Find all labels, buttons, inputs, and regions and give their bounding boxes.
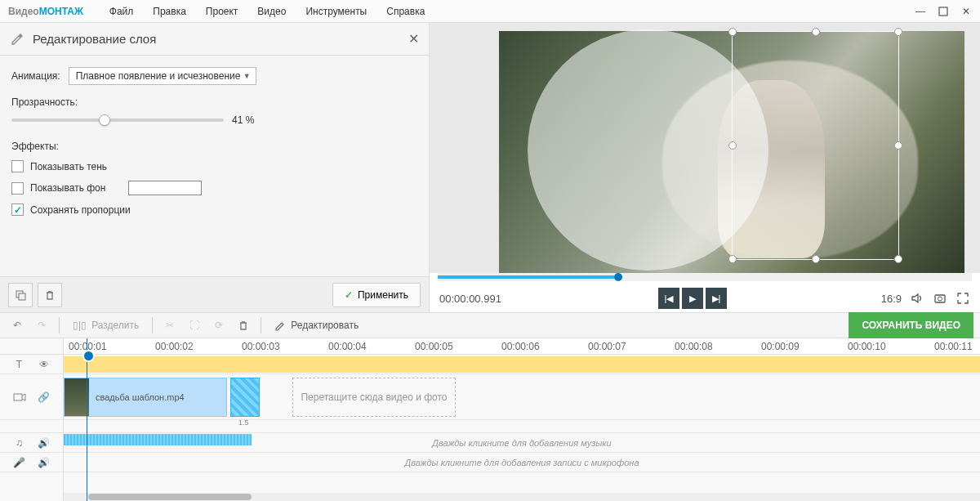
tick-10: 00:00:10: [848, 341, 886, 352]
check-icon: ✓: [345, 289, 353, 301]
aspect-ratio: 16:9: [881, 293, 902, 305]
timeline-ruler[interactable]: 00:00:01 00:00:02 00:00:03 00:00:04 00:0…: [64, 338, 980, 355]
apply-button[interactable]: ✓ Применить: [332, 283, 421, 307]
panel-body: Анимация: Плавное появление и исчезновен…: [0, 56, 429, 276]
split-icon: ▯|▯: [73, 320, 87, 331]
resize-handle-n[interactable]: [812, 28, 820, 36]
mic-icon[interactable]: 🎤: [12, 455, 27, 470]
preview-right-controls: 16:9: [881, 291, 970, 306]
preview-scrubber[interactable]: [438, 273, 972, 281]
maximize-icon[interactable]: [938, 6, 949, 17]
split-button[interactable]: ▯|▯ Разделить: [66, 320, 145, 331]
preview-canvas[interactable]: [430, 23, 980, 273]
layer-edit-panel: Редактирование слоя ✕ Анимация: Плавное …: [0, 23, 430, 312]
resize-handle-s[interactable]: [812, 255, 820, 263]
mic-track[interactable]: Дважды кликните для добавления записи с …: [64, 453, 980, 472]
resize-handle-e[interactable]: [894, 141, 902, 150]
crop-button[interactable]: ⛶: [184, 315, 205, 336]
music-icon[interactable]: ♫: [12, 436, 27, 450]
effects-label: Эффекты:: [11, 141, 417, 152]
menu-project[interactable]: Проект: [196, 6, 248, 17]
logo-text-b: МОНТАЖ: [39, 6, 83, 17]
text-track-head: T 👁: [0, 355, 63, 374]
tick-2: 00:00:02: [155, 341, 194, 352]
timeline-scrollbar-thumb[interactable]: [88, 494, 252, 500]
text-track[interactable]: [64, 355, 980, 374]
rotate-button[interactable]: ⟳: [208, 315, 229, 336]
music-hint: Дважды кликните для добавления музыки: [64, 438, 980, 448]
mic-volume-icon[interactable]: 🔊: [37, 455, 51, 470]
edit-clip-button[interactable]: Редактировать: [268, 320, 365, 331]
svg-rect-3: [935, 295, 945, 302]
timeline-tracks[interactable]: 00:00:01 00:00:02 00:00:03 00:00:04 00:0…: [64, 338, 980, 501]
opacity-slider[interactable]: [11, 119, 224, 122]
menu-tools[interactable]: Инструменты: [296, 6, 376, 17]
tick-3: 00:00:03: [242, 341, 280, 352]
show-bg-checkbox[interactable]: [11, 182, 24, 195]
menu-file[interactable]: Файл: [100, 6, 144, 17]
video-track[interactable]: свадьба шаблон.mp4 1.5 Перетащите сюда в…: [64, 374, 980, 420]
cut-button[interactable]: ✂: [159, 315, 180, 336]
scrub-thumb[interactable]: [614, 273, 622, 281]
volume-icon[interactable]: [910, 291, 924, 306]
menu-help[interactable]: Справка: [376, 6, 434, 17]
delete-button[interactable]: [38, 283, 62, 307]
show-shadow-label: Показывать тень: [30, 161, 107, 172]
redo-button[interactable]: ↷: [31, 315, 52, 336]
visibility-icon[interactable]: 👁: [37, 357, 51, 372]
video-dropzone[interactable]: Перетащите сюда видео и фото: [292, 378, 456, 417]
resize-handle-ne[interactable]: [894, 28, 902, 36]
playhead[interactable]: [87, 338, 87, 501]
trash-button[interactable]: [233, 315, 254, 336]
svg-rect-0: [939, 7, 947, 16]
app-logo: ВидеоМОНТАЖ: [8, 6, 83, 17]
link-icon[interactable]: 🔗: [37, 390, 51, 405]
copy-button[interactable]: [8, 283, 33, 307]
menu-edit[interactable]: Правка: [143, 6, 196, 17]
play-button[interactable]: ▶: [682, 288, 703, 309]
dropzone-label: Перетащите сюда видео и фото: [301, 391, 447, 405]
next-button[interactable]: ▶|: [706, 288, 727, 309]
tick-4: 00:00:04: [328, 341, 367, 352]
mic-hint: Дважды кликните для добавления записи с …: [64, 458, 980, 467]
show-shadow-checkbox[interactable]: [11, 160, 24, 172]
keep-ratio-checkbox[interactable]: [11, 204, 24, 216]
prev-button[interactable]: |◀: [658, 288, 679, 309]
audio-wave-track[interactable]: [64, 420, 980, 433]
menu-video[interactable]: Видео: [247, 6, 296, 17]
svg-rect-2: [19, 293, 25, 300]
overlay-clip[interactable]: [230, 378, 260, 417]
timeline: T 👁 🔗 ♫ 🔊 🎤 🔊 00:00:01 00:00:02 00:00:03…: [0, 338, 980, 501]
music-volume-icon[interactable]: 🔊: [37, 436, 51, 450]
opacity-slider-thumb[interactable]: [99, 114, 110, 126]
text-overlay-region[interactable]: [64, 356, 980, 373]
timeline-toolbar: ↶ ↷ ▯|▯ Разделить ✂ ⛶ ⟳ Редактировать СО…: [0, 312, 980, 338]
undo-button[interactable]: ↶: [7, 315, 28, 336]
window-controls: — ✕: [915, 6, 972, 17]
timeline-track-heads: T 👁 🔗 ♫ 🔊 🎤 🔊: [0, 338, 64, 501]
video-clip[interactable]: свадьба шаблон.mp4: [64, 378, 227, 417]
timeline-scrollbar[interactable]: [64, 493, 980, 501]
svg-rect-5: [14, 394, 22, 400]
resize-handle-w[interactable]: [728, 141, 737, 150]
animation-select[interactable]: Плавное появление и исчезновение: [69, 67, 256, 85]
save-video-button[interactable]: СОХРАНИТЬ ВИДЕО: [849, 312, 973, 338]
camera-icon[interactable]: [12, 390, 27, 405]
svg-point-4: [938, 297, 942, 301]
fullscreen-icon[interactable]: [956, 291, 970, 306]
resize-handle-sw[interactable]: [728, 255, 737, 263]
minimize-icon[interactable]: —: [915, 6, 926, 17]
text-icon[interactable]: T: [12, 357, 27, 372]
split-label: Разделить: [91, 320, 139, 331]
music-track[interactable]: Дважды кликните для добавления музыки: [64, 433, 980, 453]
selection-box[interactable]: [732, 31, 899, 260]
panel-close-button[interactable]: ✕: [408, 31, 419, 47]
apply-label: Применить: [358, 289, 408, 301]
resize-handle-nw[interactable]: [728, 28, 737, 36]
resize-handle-se[interactable]: [894, 255, 902, 263]
preview-area: 00:00:00.991 |◀ ▶ ▶| 16:9: [430, 23, 980, 312]
snapshot-icon[interactable]: [933, 291, 947, 306]
bg-color-swatch[interactable]: [128, 181, 202, 195]
opacity-label: Прозрачность:: [11, 96, 417, 108]
close-icon[interactable]: ✕: [960, 6, 972, 17]
